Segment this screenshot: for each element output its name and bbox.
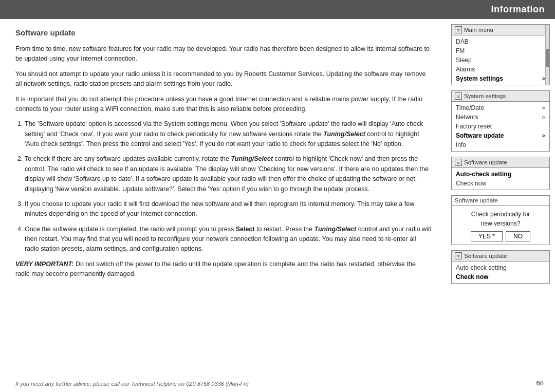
menu-icon: ≡ xyxy=(455,26,462,33)
menu-item-label: Factory reset xyxy=(456,123,492,130)
confirm-body-line1: Check periodically for xyxy=(455,210,546,219)
menu-item-label: Auto-check setting xyxy=(456,171,511,178)
menu-item-arrow: > xyxy=(542,105,545,111)
software-update-bottom-box: ≡ Software update Auto-check setting Che… xyxy=(451,250,550,284)
main-layout: Software update From time to time, new s… xyxy=(0,19,555,387)
list-item: If you choose to update your radio it wi… xyxy=(25,199,432,219)
menu-icon: ≡ xyxy=(455,159,462,166)
header-title: Information xyxy=(491,4,545,14)
very-important-paragraph: VERY IMPORTANT: Do not switch off the po… xyxy=(15,259,432,279)
confirm-dialog-title: Software update xyxy=(455,197,498,203)
menu-item-label: Info xyxy=(456,141,466,148)
software-update-bottom-title: Software update xyxy=(464,253,507,259)
system-settings-menu-box: ≡ System settings Time/Date > Network > … xyxy=(451,90,550,152)
system-settings-title: System settings xyxy=(464,93,506,99)
confirm-dialog-body: Check periodically for new versions? YES… xyxy=(452,206,549,245)
confirm-dialog-header: Software update xyxy=(452,196,549,206)
page-title: Software update xyxy=(15,28,432,37)
menu-item-network: Network > xyxy=(452,113,549,122)
footer-note: If you need any further advice, please c… xyxy=(15,381,249,387)
paragraph-2: You should not attempt to update your ra… xyxy=(15,69,432,89)
menu-item-label: Check now xyxy=(456,273,488,281)
instructions-list: The 'Software update' option is accessed… xyxy=(15,119,432,254)
very-important-label: VERY IMPORTANT: xyxy=(15,260,73,268)
main-menu-box: ≡ Main menu DAB FM Sleep Alarms System s… xyxy=(451,24,550,85)
list-item: To check if there are any software updat… xyxy=(25,154,432,194)
menu-item-label: Software update xyxy=(456,132,504,139)
yes-no-row: YES * NO xyxy=(455,231,546,241)
software-update-header: ≡ Software update xyxy=(452,157,549,168)
scrollbar[interactable] xyxy=(545,25,549,85)
main-menu-items: DAB FM Sleep Alarms System settings > xyxy=(452,35,549,85)
very-important-text: Do not switch off the power to the radio… xyxy=(15,260,416,277)
main-menu-title: Main menu xyxy=(464,27,493,33)
menu-item-timedate: Time/Date > xyxy=(452,103,549,113)
menu-item-label: System settings xyxy=(456,75,503,82)
menu-item-auto-check: Auto-check setting xyxy=(452,170,549,179)
menu-item-arrow: > xyxy=(542,133,545,139)
menu-item-alarms: Alarms xyxy=(452,65,549,74)
software-update-title: Software update xyxy=(464,159,507,165)
menu-item-fm: FM xyxy=(452,46,549,55)
menu-item-label: Check now xyxy=(456,180,486,187)
software-update-menu-box: ≡ Software update Auto-check setting Che… xyxy=(451,157,550,190)
confirm-body-line2: new versions? xyxy=(455,219,546,228)
menu-item-label: FM xyxy=(456,47,465,54)
menu-item-arrow: > xyxy=(542,114,545,120)
menu-item-label: DAB xyxy=(456,38,469,45)
system-settings-header: ≡ System settings xyxy=(452,91,549,102)
menu-icon: ≡ xyxy=(455,252,462,259)
confirm-dialog-box: Software update Check periodically for n… xyxy=(451,195,550,245)
menu-item-label: Auto-check setting xyxy=(456,264,507,271)
tuning-select-ref-3: Tuning/Select xyxy=(314,226,357,233)
menu-item-software-update: Software update > xyxy=(452,131,549,140)
yes-button[interactable]: YES * xyxy=(471,231,503,241)
software-update-bottom-items: Auto-check setting Check now xyxy=(452,262,549,283)
menu-item-label: Network xyxy=(456,114,478,121)
select-ref: Select xyxy=(236,226,255,233)
main-menu-header: ≡ Main menu xyxy=(452,25,549,35)
menu-item-system-settings: System settings > xyxy=(452,74,549,83)
paragraph-3: It is important that you do not attempt … xyxy=(15,95,432,115)
menu-item-auto-check-bottom: Auto-check setting xyxy=(452,263,549,272)
system-settings-items: Time/Date > Network > Factory reset Soft… xyxy=(452,102,549,151)
menu-item-label: Sleep xyxy=(456,57,472,64)
list-item: The 'Software update' option is accessed… xyxy=(25,119,432,149)
software-update-items: Auto-check setting Check now xyxy=(452,168,549,190)
menu-item-dab: DAB xyxy=(452,37,549,46)
tuning-select-ref-2: Tuning/Select xyxy=(231,155,273,162)
paragraph-1: From time to time, new software features… xyxy=(15,44,432,64)
page-number: 68 xyxy=(536,379,544,387)
menu-item-info: Info xyxy=(452,140,549,150)
sidebar: ≡ Main menu DAB FM Sleep Alarms System s… xyxy=(447,19,555,387)
menu-icon: ≡ xyxy=(455,92,462,100)
list-item: Once the software update is completed, t… xyxy=(25,225,432,254)
page-header: Information xyxy=(0,0,555,19)
content-area: Software update From time to time, new s… xyxy=(0,19,447,387)
menu-item-label: Alarms xyxy=(456,66,475,73)
menu-item-check-now-bottom: Check now xyxy=(452,272,549,282)
menu-item-label: Time/Date xyxy=(456,104,484,111)
menu-item-sleep: Sleep xyxy=(452,55,549,65)
menu-item-factory-reset: Factory reset xyxy=(452,122,549,131)
no-button[interactable]: NO xyxy=(506,231,530,241)
software-update-bottom-header: ≡ Software update xyxy=(452,251,549,262)
menu-item-check-now: Check now xyxy=(452,179,549,188)
scrollbar-thumb xyxy=(546,49,549,67)
tuning-select-ref-1: Tuning/Select xyxy=(323,130,365,138)
